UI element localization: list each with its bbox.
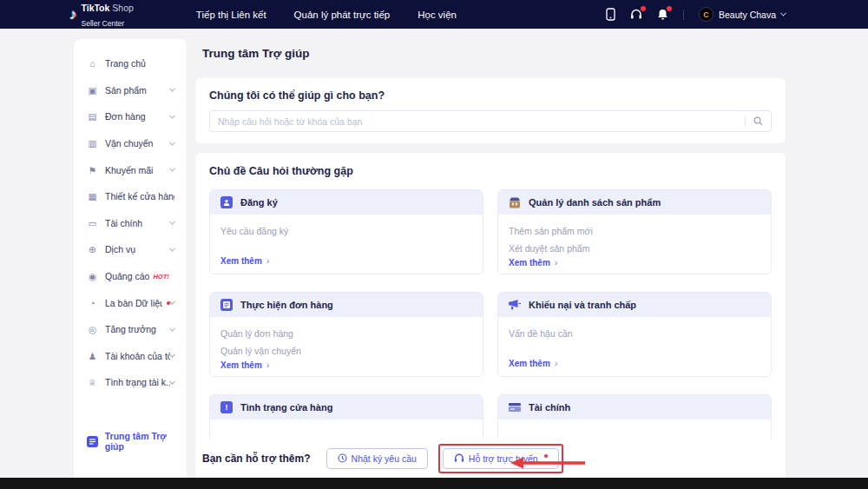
faq-heading: Chủ đề Câu hỏi thường gặp [209,165,772,177]
chevron-down-icon [169,139,175,145]
annotation-arrow [510,456,587,473]
brand-line1: TikTok Shop [82,3,134,13]
card-icon: ▭ [87,218,98,228]
sidebar-item-my-account[interactable]: ♟ Tài khoản của tôi [74,343,187,370]
support-footer: Bạn cần hỗ trợ thêm? Nhật ký yêu cầu Hỗ … [195,439,786,478]
topic-link[interactable]: Quản lý vận chuyển [220,342,472,360]
headset-support-icon[interactable] [630,9,642,20]
sidebar-item-promotions[interactable]: ⚑ Khuyến mãi [74,156,187,183]
hot-badge: HOT! [153,273,168,281]
topic-link[interactable]: Quản lý đơn hàng [220,325,472,342]
topic-link[interactable]: Yêu cầu đăng ký [220,222,472,240]
person-badge-icon [220,196,233,208]
chevron-down-icon [169,325,175,331]
divider [745,116,746,127]
brand-line2: Seller Center [82,19,125,28]
screen-bottom-strip [0,478,868,489]
truck-icon: ▥ [87,138,98,149]
sidebar-item-ads[interactable]: ◉ Quảng cáo HOT! [74,263,187,290]
notification-dot [641,6,646,11]
chevron-down-icon [169,166,175,172]
sidebar-item-data-compass[interactable]: ◔ La bàn Dữ liệu [74,289,187,316]
globe-icon: ⊕ [87,244,98,254]
compass-chart-icon: ◔ [87,298,98,308]
tiktok-logo-icon: ♪ [69,7,77,22]
nav-link-affiliate[interactable]: Tiếp thị Liên kết [196,10,266,20]
sidebar-item-store-design[interactable]: ▦ Thiết kế cửa hàng [74,183,187,210]
account-name: Beauty Chava [719,10,776,20]
sidebar-item-orders[interactable]: ▤ Đơn hàng [74,103,187,130]
history-clock-icon [338,453,347,463]
sidebar-item-account-health[interactable]: ♕ Tình trạng tài k... [74,369,187,396]
search-card: Chúng tôi có thể giúp gì cho bạn? [195,78,786,143]
chevron-down-icon [169,219,175,225]
avatar: C [699,7,713,22]
trophy-icon: ♕ [87,377,98,387]
basket-icon [509,197,521,208]
headset-icon [454,453,464,463]
bell-icon[interactable] [657,9,668,21]
top-navbar: ♪ TikTok Shop Seller Center Tiếp thị Liê… [0,0,868,29]
sidebar-item-services[interactable]: ⊕ Dịch vụ [74,236,187,263]
brand-logo[interactable]: ♪ TikTok Shop Seller Center [69,0,134,29]
sidebar-item-finance[interactable]: ▭ Tài chính [74,210,187,237]
divider [683,10,684,20]
faq-card: Chủ đề Câu hỏi thường gặp Đăng ký Yêu cầ… [195,153,786,478]
sidebar: ⌂ Trang chủ ▣ Sản phẩm ▤ Đơn hàng ▥ Vận … [74,39,187,478]
search-icon[interactable] [753,116,763,126]
topic-link[interactable]: Vấn đề hậu cần [509,325,760,342]
topic-card-listing-management: Quản lý danh sách sản phẩm Thêm sản phẩm… [497,189,772,274]
medal-icon: ◎ [87,324,98,334]
request-log-button[interactable]: Nhật ký yêu cầu [326,448,428,469]
help-center-icon [87,436,98,447]
ads-icon: ◉ [87,271,98,281]
chevron-down-icon [169,113,175,119]
alert-icon: ! [220,401,233,413]
credit-card-icon [509,403,521,412]
mobile-app-icon[interactable] [606,8,615,21]
support-prompt: Bạn cần hỗ trợ thêm? [202,453,311,465]
chevron-down-icon [169,299,175,305]
store-icon: ▦ [87,191,98,202]
user-icon: ♟ [87,351,98,361]
topic-card-order-fulfillment: Thực hiện đơn hàng Quản lý đơn hàng Quản… [209,292,483,377]
page-title: Trung tâm Trợ giúp [202,47,310,60]
chevron-down-icon [169,86,175,92]
see-more-link[interactable]: Xem thêm› [509,358,760,368]
sidebar-item-shipping[interactable]: ▥ Vận chuyển [74,130,187,157]
see-more-link[interactable]: Xem thêm› [509,257,760,268]
chevron-down-icon [169,246,175,252]
nav-link-live-manager[interactable]: Quản lý phát trực tiếp [294,10,391,20]
megaphone-icon: ⚑ [87,165,98,175]
document-icon [220,299,233,311]
order-icon: ▤ [87,111,98,122]
topic-grid: Đăng ký Yêu cầu đăng ký Xem thêm› Quản l… [209,189,772,478]
topic-link[interactable]: Xét duyệt sản phẩm [509,240,760,257]
top-nav-links: Tiếp thị Liên kết Quản lý phát trực tiếp… [196,10,457,20]
account-menu[interactable]: C Beauty Chava [699,7,786,22]
sidebar-item-growth[interactable]: ◎ Tăng trưởng [74,316,187,343]
brand-name-bold: TikTok [82,3,110,13]
sidebar-item-home[interactable]: ⌂ Trang chủ [74,50,187,77]
megaphone-icon [509,300,521,310]
home-icon: ⌂ [87,58,98,69]
topic-link[interactable]: Thêm sản phẩm mới [509,222,760,240]
nav-link-academy[interactable]: Học viện [418,10,457,20]
chevron-down-icon [780,10,786,17]
search-input[interactable] [218,116,745,127]
see-more-link[interactable]: Xem thêm› [220,255,472,266]
topic-card-complaints-disputes: Khiếu nại và tranh chấp Vấn đề hậu cần X… [497,292,772,377]
search-box [209,110,772,132]
see-more-link[interactable]: Xem thêm› [220,360,472,370]
notification-dot [667,6,672,11]
product-icon: ▣ [87,85,98,96]
topic-card-registration: Đăng ký Yêu cầu đăng ký Xem thêm› [209,189,483,274]
sidebar-item-products[interactable]: ▣ Sản phẩm [74,77,187,104]
search-heading: Chúng tôi có thể giúp gì cho bạn? [209,89,772,102]
sidebar-item-help-center[interactable]: Trung tâm Trợ giúp [87,431,187,452]
brand-name-rest: Shop [109,3,133,13]
